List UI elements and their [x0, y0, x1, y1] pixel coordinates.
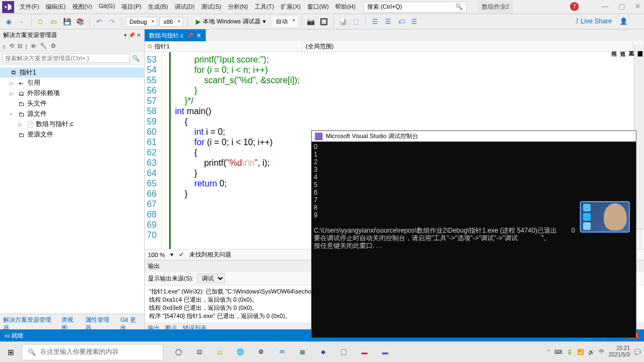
overlay-btn3-icon[interactable] — [583, 222, 591, 230]
solution-explorer-panel: 解决方案资源管理器 ▾ 📌 ✕ ⌂ ⟲ ⊟ | 👁 🔧 ⚙ 🔍 ⧉指针1▷▪▫引… — [0, 29, 145, 334]
floating-overlay-widget[interactable] — [580, 201, 630, 233]
menu-item[interactable]: 视图(V) — [69, 1, 96, 13]
app-icon-3[interactable]: ▬ — [355, 344, 374, 361]
tray-wifi-icon[interactable]: 📶 — [577, 349, 584, 355]
bookmark-icon[interactable]: 🏷 — [396, 16, 407, 27]
nav-back-icon[interactable]: ◉ — [3, 16, 14, 27]
output-source-select[interactable]: 调试 — [197, 273, 225, 283]
save-all-icon[interactable]: 📚 — [75, 16, 85, 27]
pin-icon[interactable]: 📌 — [187, 33, 193, 38]
tray-ime-icon[interactable]: ⌨ — [554, 349, 562, 355]
tree-item[interactable]: 🗀资源文件 — [0, 129, 144, 140]
sync-icon[interactable]: ⟲ — [9, 42, 14, 49]
tb-icon-2[interactable]: 🔲 — [319, 16, 330, 27]
action-center-icon[interactable]: 💬 — [634, 349, 641, 355]
tree-item[interactable]: ▷▪▫引用 — [0, 78, 144, 88]
global-search-input[interactable]: 搜索 (Ctrl+Q) 🔍 — [363, 2, 467, 13]
tb-icon-1[interactable]: 📷 — [306, 16, 317, 27]
indent-icon[interactable]: ☰ — [370, 16, 381, 27]
overlay-btn2-icon[interactable] — [583, 213, 591, 221]
menu-item[interactable]: 编辑(E) — [42, 1, 69, 13]
platform-combo[interactable]: x86 — [159, 17, 183, 27]
menu-item[interactable]: 调试(D) — [171, 1, 198, 13]
wrench-icon[interactable]: 🔧 — [40, 42, 47, 49]
search-glass-icon[interactable]: 🔍 — [130, 55, 142, 62]
auto-combo[interactable]: 自动 — [273, 16, 298, 27]
undo-icon[interactable]: ↶ — [94, 16, 104, 27]
menu-item[interactable]: 分析(N) — [225, 1, 251, 13]
ok-icon: ✔ — [179, 251, 184, 258]
tree-item[interactable]: ▷🗂外部依赖项 — [0, 88, 144, 98]
close-button[interactable]: ✕ — [635, 2, 641, 10]
mail-icon[interactable]: ✉ — [272, 344, 292, 361]
tray-lang-icon[interactable]: 中 — [599, 348, 604, 355]
solution-search-input[interactable] — [2, 53, 130, 63]
close-tab-icon[interactable]: ✕ — [196, 32, 201, 39]
props-icon[interactable]: ⚙ — [51, 42, 56, 49]
menu-item[interactable]: 扩展(X) — [277, 1, 304, 13]
console-output: 0 1 2 3 4 5 6 7 8 9 C:\Users\yyangyianxi… — [312, 142, 636, 251]
open-icon[interactable]: 🗁 — [48, 16, 59, 27]
show-all-icon[interactable]: 👁 — [30, 43, 36, 49]
nav-project-combo[interactable]: ⧉ 指针1 — [145, 41, 302, 52]
live-share-button[interactable]: ⤴ Live Share 👤 — [575, 17, 628, 25]
menu-item[interactable]: Git(G) — [95, 1, 118, 13]
tb-icon-4[interactable]: ⬚ — [351, 16, 362, 27]
vs-logo-icon — [2, 1, 14, 13]
redo-icon[interactable]: ↷ — [107, 16, 117, 27]
zoom-combo[interactable]: 100 % — [148, 252, 165, 258]
app-icon-1[interactable]: ▦ — [293, 344, 312, 361]
collapse-icon[interactable]: ⊟ — [17, 42, 22, 49]
tb-icon-3[interactable]: 📊 — [338, 16, 349, 27]
tree-item[interactable]: ⧉指针1 — [0, 67, 144, 78]
tray-up-icon[interactable]: ˄ — [547, 349, 550, 355]
search-icon: 🔍 — [455, 3, 463, 10]
dropdown-icon[interactable]: ▾ — [124, 32, 127, 38]
main-toolbar: ◉ ◦ 🗋 🗁 💾 📚 ↶ ↷ Debug x86 ▶ 本地 Windows 调… — [0, 14, 644, 29]
settings-icon[interactable]: ⚙ — [251, 344, 271, 361]
explorer-icon[interactable]: 🗂 — [210, 344, 230, 361]
outdent-icon[interactable]: ☰ — [383, 16, 394, 27]
no-issues-text: 未找到相关问题 — [189, 251, 231, 259]
debug-console-window[interactable]: Microsoft Visual Studio 调试控制台 0 1 2 3 4 … — [311, 130, 636, 338]
tray-volume-icon[interactable]: 🔊 — [588, 349, 595, 355]
app-icon-4[interactable]: ▬ — [375, 344, 395, 361]
new-file-icon[interactable]: 🗋 — [35, 16, 46, 27]
nav-fwd-icon[interactable]: ◦ — [16, 16, 27, 27]
side-tab[interactable]: 服务器资源管理器 — [635, 45, 644, 229]
run-button[interactable]: ▶ 本地 Windows 调试器 ▾ — [191, 16, 270, 27]
tray-battery-icon[interactable]: 🔋 — [566, 349, 573, 355]
pin-icon[interactable]: 📌 — [128, 32, 135, 38]
vs-taskbar-icon[interactable]: ◆ — [313, 344, 333, 361]
menu-item[interactable]: 项目(P) — [118, 1, 145, 13]
notification-badge[interactable]: 7 — [570, 2, 579, 11]
minimize-button[interactable]: — — [602, 2, 609, 10]
menu-item[interactable]: 生成(B) — [145, 1, 171, 13]
menu-item[interactable]: 工具(T) — [251, 1, 277, 13]
save-icon[interactable]: 💾 — [61, 16, 72, 27]
comment-icon[interactable]: ☰ — [409, 16, 420, 27]
taskbar-clock[interactable]: 15:212021/5/3 — [609, 345, 630, 358]
app-icon-2[interactable]: 📋 — [334, 344, 354, 361]
tree-item[interactable]: 🗀头文件 — [0, 98, 144, 109]
menu-item[interactable]: 文件(F) — [16, 1, 42, 13]
menu-item[interactable]: 窗口(W) — [304, 1, 332, 13]
edge-icon[interactable]: 🌐 — [231, 344, 250, 361]
document-tab[interactable]: 数组与指针.c📌✕ — [145, 29, 206, 41]
menu-item[interactable]: 帮助(H) — [332, 1, 358, 13]
tree-item[interactable]: ▿🗀源文件 — [0, 109, 144, 119]
account-icon[interactable]: 👤 — [620, 17, 628, 25]
cortana-icon: 🔍 — [28, 348, 36, 356]
taskbar-search[interactable]: 🔍 在这里输入你要搜索的内容 — [22, 344, 163, 360]
overlay-btn1-icon[interactable] — [583, 204, 591, 211]
maximize-button[interactable]: ▢ — [618, 2, 625, 10]
start-button[interactable]: ⊞ — [0, 348, 22, 357]
home-icon[interactable]: ⌂ — [2, 43, 6, 49]
menu-item[interactable]: 测试(S) — [198, 1, 225, 13]
tree-item[interactable]: ▷📄数组与指针.c — [0, 119, 144, 129]
cortana-circle-icon[interactable]: ⊡ — [189, 344, 209, 361]
panel-close-icon[interactable]: ✕ — [137, 32, 141, 38]
task-view-icon[interactable]: ◯ — [169, 344, 188, 361]
nav-scope-combo[interactable]: (全局范围) — [302, 41, 633, 52]
config-combo[interactable]: Debug — [126, 17, 157, 27]
